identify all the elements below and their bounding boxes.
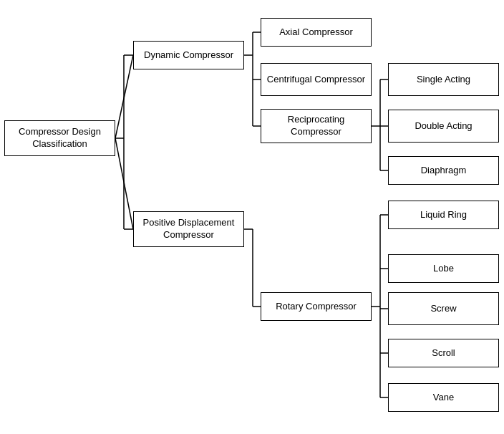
lobe-node: Lobe: [388, 254, 499, 283]
diagram: Compressor Design Classification Dynamic…: [0, 0, 504, 434]
reciprocating-compressor-node: Reciprocating Compressor: [261, 109, 372, 143]
dynamic-compressor-node: Dynamic Compressor: [133, 41, 244, 69]
double-acting-node: Double Acting: [388, 110, 499, 143]
rotary-compressor-node: Rotary Compressor: [261, 292, 372, 321]
diaphragm-node: Diaphragm: [388, 156, 499, 185]
centrifugal-compressor-node: Centrifugal Compressor: [261, 63, 372, 96]
positive-displacement-node: Positive Displacement Compressor: [133, 211, 244, 247]
svg-line-1: [115, 138, 133, 229]
liquid-ring-node: Liquid Ring: [388, 201, 499, 229]
screw-node: Screw: [388, 292, 499, 325]
compressor-design-node: Compressor Design Classification: [4, 120, 115, 156]
scroll-node: Scroll: [388, 339, 499, 367]
axial-compressor-node: Axial Compressor: [261, 18, 372, 47]
svg-line-0: [115, 55, 133, 138]
vane-node: Vane: [388, 383, 499, 412]
single-acting-node: Single Acting: [388, 63, 499, 96]
